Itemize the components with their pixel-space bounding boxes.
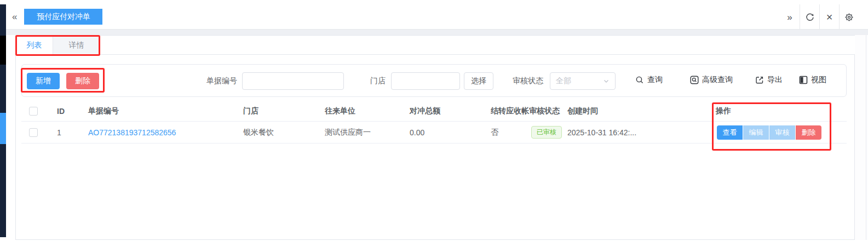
cell-carry-over: 否: [479, 128, 517, 137]
export-icon: [755, 76, 764, 84]
app-window: « 预付应付对冲单 » ×: [0, 0, 868, 241]
orders-table: ID 单据编号 门店 往来单位 对冲总额 结转应收帐 审核状态 创建时间 操作 …: [21, 101, 847, 144]
cell-created: 2025-10-31 16:42:...: [555, 128, 704, 137]
doc-no-input[interactable]: [242, 72, 344, 90]
export-button[interactable]: 导出: [755, 75, 783, 85]
gear-glyph: [844, 13, 854, 22]
col-header-carry-over[interactable]: 结转应收帐: [479, 106, 517, 116]
advanced-search-label: 高级查询: [702, 75, 733, 85]
sidebar-segment: [0, 144, 6, 237]
refresh-glyph: [806, 13, 814, 21]
sidebar-active-item-sliver: [0, 113, 6, 144]
search-icon: [635, 76, 644, 84]
settings-gear-icon[interactable]: [839, 4, 859, 30]
col-header-doc-no[interactable]: 单据编号: [76, 106, 231, 116]
close-tab-icon[interactable]: ×: [819, 4, 839, 30]
select-all-checkbox[interactable]: [29, 107, 38, 116]
right-edge-divider: [866, 35, 866, 240]
col-header-id[interactable]: ID: [46, 107, 76, 116]
doc-no-label: 单据编号: [200, 76, 237, 86]
sidebar-segment-logo: [0, 36, 6, 65]
audit-status-label: 审核状态: [506, 76, 543, 86]
row-actions: 查看 编辑 审核 删除: [717, 125, 821, 140]
sidebar-segment: [0, 4, 6, 36]
filter-toolbar: 新增 删除 单据编号 门店 选择 审核状态 全部 查询: [21, 64, 847, 97]
view-row-button[interactable]: 查看: [717, 125, 743, 140]
store-label: 门店: [367, 76, 386, 86]
expand-tabs-icon[interactable]: »: [780, 4, 800, 30]
collapsed-sidebar[interactable]: [0, 4, 6, 237]
row-checkbox[interactable]: [29, 128, 38, 137]
cell-store: 银米餐饮: [231, 128, 313, 137]
table-header-row: ID 单据编号 门店 往来单位 对冲总额 结转应收帐 审核状态 创建时间 操作: [21, 101, 847, 122]
sidebar-segment: [0, 65, 6, 113]
delete-row-button[interactable]: 删除: [796, 125, 821, 140]
search-label: 查询: [647, 75, 663, 85]
store-input[interactable]: [391, 72, 460, 90]
refresh-icon[interactable]: [800, 4, 819, 30]
col-header-created[interactable]: 创建时间: [555, 106, 704, 116]
doc-no-link[interactable]: AO772138193712582656: [88, 128, 176, 137]
col-header-store[interactable]: 门店: [231, 106, 313, 116]
tabs-topbar: « 预付应付对冲单 » ×: [6, 4, 868, 30]
col-header-actions: 操作: [704, 106, 847, 116]
cell-total: 0.00: [398, 128, 479, 137]
store-choose-button[interactable]: 选择: [464, 72, 493, 90]
delete-button[interactable]: 删除: [66, 73, 99, 89]
chevron-down-icon: [603, 78, 610, 84]
col-header-total[interactable]: 对冲总额: [398, 106, 479, 116]
col-header-status[interactable]: 审核状态: [517, 106, 555, 116]
topbar-actions: » ×: [780, 4, 859, 30]
cell-id: 1: [46, 128, 76, 137]
view-label: 视图: [811, 75, 826, 85]
view-layout-icon: [799, 76, 808, 84]
advanced-search-button[interactable]: 高级查询: [690, 75, 733, 85]
audit-status-value: 全部: [556, 76, 603, 86]
table-row: 1 AO772138193712582656 银米餐饮 测试供应商一 0.00 …: [21, 122, 847, 144]
add-button[interactable]: 新增: [27, 73, 60, 89]
collapse-tabs-icon[interactable]: «: [12, 12, 17, 22]
col-header-counterparty[interactable]: 往来单位: [313, 106, 398, 116]
audit-row-button[interactable]: 审核: [769, 125, 795, 140]
export-label: 导出: [767, 75, 783, 85]
cell-counterparty: 测试供应商一: [313, 128, 398, 137]
tab-detail[interactable]: 详情: [53, 36, 100, 55]
chevrons-right-glyph: »: [787, 13, 792, 22]
search-button[interactable]: 查询: [635, 75, 663, 85]
view-tabs: 列表 详情: [15, 35, 855, 55]
edit-row-button[interactable]: 编辑: [743, 125, 769, 140]
topbar-gap: [6, 30, 868, 35]
page-tab-active[interactable]: 预付应付对冲单: [24, 9, 102, 25]
view-button[interactable]: 视图: [799, 75, 826, 85]
audit-status-select[interactable]: 全部: [550, 72, 616, 90]
tab-list[interactable]: 列表: [15, 36, 53, 55]
content-pane: 列表 详情 新增 删除 单据编号 门店 选择 审核状态 全部: [15, 35, 855, 240]
close-glyph: ×: [826, 12, 833, 22]
advanced-search-icon: [690, 76, 699, 84]
